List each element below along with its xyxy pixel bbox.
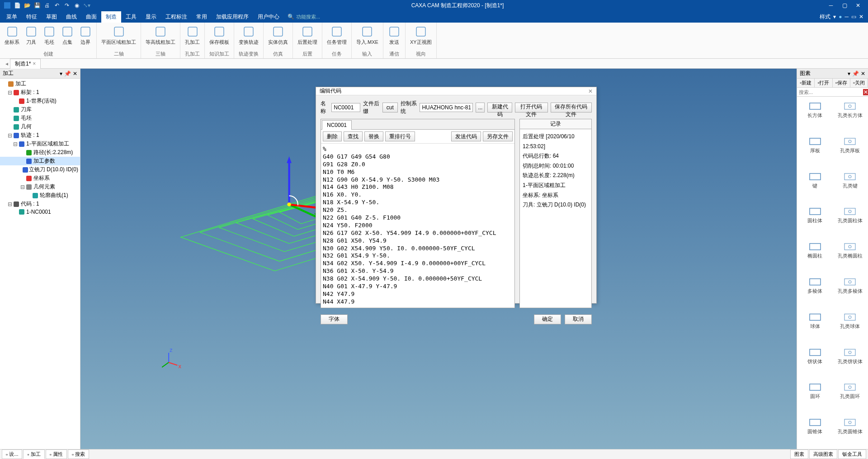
menu-item-1[interactable]: 特征 — [22, 11, 42, 23]
search-clear-icon[interactable]: ✕ — [863, 89, 868, 95]
print-icon[interactable]: 🖨 — [43, 2, 51, 9]
document-tab[interactable]: 制造1* × — [10, 59, 41, 69]
panel-pin-icon[interactable]: 📌 — [64, 70, 71, 77]
tree-node[interactable]: 1-世界(活动) — [0, 97, 80, 105]
menu-item-8[interactable]: 工程标注 — [161, 11, 192, 23]
ribbon-button[interactable]: 发送 — [386, 24, 402, 47]
shape-item[interactable]: 饼状体 — [798, 344, 832, 378]
shape-item[interactable]: 多棱体 — [798, 273, 832, 308]
shape-item[interactable]: 孔类饼状体 — [833, 344, 868, 378]
shape-item[interactable]: 球体 — [798, 309, 832, 343]
shape-item[interactable]: 键 — [798, 168, 832, 202]
rp-toolbar-button[interactable]: ▫关闭 — [850, 79, 868, 87]
shape-item[interactable]: 圆环 — [798, 379, 832, 413]
cancel-button[interactable]: 取消 — [565, 314, 592, 324]
tree-node[interactable]: 毛坯 — [0, 114, 80, 122]
maximize-button[interactable]: ▢ — [838, 1, 851, 10]
bottom-tab[interactable]: ▫设... — [2, 450, 22, 459]
tree-node[interactable]: 加工 — [0, 80, 80, 88]
tree-expand-icon[interactable]: ⊟ — [13, 141, 18, 147]
shape-item[interactable]: 孔类厚板 — [833, 133, 868, 167]
tree-node[interactable]: 立铣刀 D(10.0) ID(0) — [0, 165, 80, 174]
ribbon-button[interactable]: 平面区域粗加工 — [99, 24, 138, 47]
ribbon-button[interactable]: 等高线粗加工 — [144, 24, 177, 47]
name-input[interactable] — [331, 103, 360, 112]
style-dropdown[interactable]: 样式 — [820, 13, 830, 21]
shape-item[interactable]: 长方体 — [798, 98, 832, 132]
close-tab-icon[interactable]: × — [33, 61, 36, 67]
tree-node[interactable]: 轮廓曲线(1) — [0, 191, 80, 200]
shape-item[interactable]: 孔类多棱体 — [833, 273, 868, 308]
menu-item-9[interactable]: 常用 — [192, 11, 212, 23]
menu-item-7[interactable]: 显示 — [141, 11, 161, 23]
shape-item[interactable]: 孔类键 — [833, 168, 868, 202]
ribbon-button[interactable]: 边界 — [77, 24, 94, 47]
rp-toolbar-button[interactable]: ▫保存 — [833, 79, 850, 87]
ribbon-button[interactable]: 坐标系 — [3, 24, 21, 47]
tree-node[interactable]: 加工参数 — [0, 157, 80, 165]
replace-button[interactable]: 替换 — [364, 131, 383, 141]
tree-node[interactable]: ⊟几何元素 — [0, 183, 80, 191]
bottom-tab[interactable]: ▫加工 — [23, 450, 44, 459]
bottom-tab[interactable]: ▫搜索 — [68, 450, 89, 459]
ribbon-button[interactable]: 实体仿真 — [266, 24, 290, 47]
open-code-file-button[interactable]: 打开代码文件 — [515, 103, 548, 112]
font-button[interactable]: 字体 — [321, 314, 348, 324]
new-code-button[interactable]: 新建代码 — [487, 103, 512, 112]
bottom-tab[interactable]: 高级图素 — [809, 450, 837, 459]
tree-node[interactable]: ⊟1-平面区域粗加工 — [0, 140, 80, 148]
ribbon-button[interactable]: 导入.MXE — [354, 24, 380, 47]
menu-item-5[interactable]: 制造 — [101, 11, 121, 23]
tree-node[interactable]: ⊟标架 : 1 — [0, 88, 80, 97]
machining-tree[interactable]: 加工⊟标架 : 11-世界(活动)刀库毛坯几何⊟轨迹 : 1⊟1-平面区域粗加工… — [0, 79, 80, 449]
code-tab[interactable]: NC0001 — [322, 120, 352, 130]
menu-item-10[interactable]: 加载应用程序 — [212, 11, 253, 23]
tree-node[interactable]: ⊟轨迹 : 1 — [0, 131, 80, 140]
chevron-down-icon[interactable]: ▾ — [833, 14, 836, 20]
open-icon[interactable]: 📂 — [24, 2, 31, 9]
tab-scroll-left[interactable]: ◂ — [4, 61, 10, 67]
bottom-tab[interactable]: ▫属性 — [46, 450, 67, 459]
find-button[interactable]: 查找 — [344, 131, 363, 141]
undo-icon[interactable]: ↶ — [53, 2, 61, 9]
save-icon[interactable]: 💾 — [33, 2, 41, 9]
bottom-tab[interactable]: 图素 — [790, 450, 808, 459]
ribbon-button[interactable]: 点集 — [59, 24, 75, 47]
ribbon-button[interactable]: 孔加工 — [183, 24, 202, 47]
ribbon-button[interactable]: 毛坯 — [41, 24, 57, 47]
tree-node[interactable]: 路径(长:2.228m) — [0, 148, 80, 157]
shape-item[interactable]: 椭圆柱 — [798, 238, 832, 272]
view-icon[interactable]: ◉ — [73, 2, 80, 9]
bottom-tab[interactable]: 钣金工具 — [838, 450, 866, 459]
mdi-minimize-icon[interactable]: ─ — [844, 14, 849, 20]
tree-node[interactable]: 坐标系 — [0, 174, 80, 183]
shape-item[interactable]: 孔类球体 — [833, 309, 868, 343]
shape-search-input[interactable] — [797, 89, 863, 95]
tree-node[interactable]: 几何 — [0, 122, 80, 131]
tree-expand-icon[interactable]: ⊟ — [7, 132, 13, 139]
shape-item[interactable]: 孔类椭圆柱 — [833, 238, 868, 272]
shape-item[interactable]: 孔类长方体 — [833, 98, 868, 132]
code-textarea[interactable]: % G40 G17 G49 G54 G80 G91 G28 Z0.0 N10 T… — [321, 144, 514, 308]
ok-button[interactable]: 确定 — [534, 314, 561, 324]
renumber-button[interactable]: 重排行号 — [385, 131, 415, 141]
mdi-close-icon[interactable]: ✕ — [859, 14, 863, 20]
minimize-button[interactable]: ─ — [825, 1, 837, 10]
ribbon-button[interactable]: 任务管理 — [325, 24, 349, 47]
ribbon-button[interactable]: 保存模板 — [208, 24, 231, 47]
dialog-close-icon[interactable]: ✕ — [588, 88, 593, 94]
ribbon-button[interactable]: 后置处理 — [296, 24, 319, 47]
panel-dropdown-icon[interactable]: ▾ — [60, 70, 62, 77]
tree-expand-icon[interactable]: ⊟ — [20, 184, 25, 190]
ctrl-browse-button[interactable]: ... — [476, 103, 485, 112]
menu-item-6[interactable]: 工具 — [121, 11, 141, 23]
save-all-code-button[interactable]: 保存所有代码文件 — [551, 103, 592, 112]
ext-button[interactable]: cut — [382, 103, 398, 112]
tree-expand-icon[interactable]: ⊟ — [7, 89, 13, 96]
mdi-restore-icon[interactable]: ▭ — [851, 14, 856, 20]
save-as-button[interactable]: 另存文件 — [483, 131, 513, 141]
shape-item[interactable]: 厚板 — [798, 133, 832, 167]
tree-node[interactable]: ⊟代码 : 1 — [0, 200, 80, 208]
menu-item-11[interactable]: 用户中心 — [253, 11, 284, 23]
panel-dropdown-icon[interactable]: ▾ — [848, 70, 850, 77]
